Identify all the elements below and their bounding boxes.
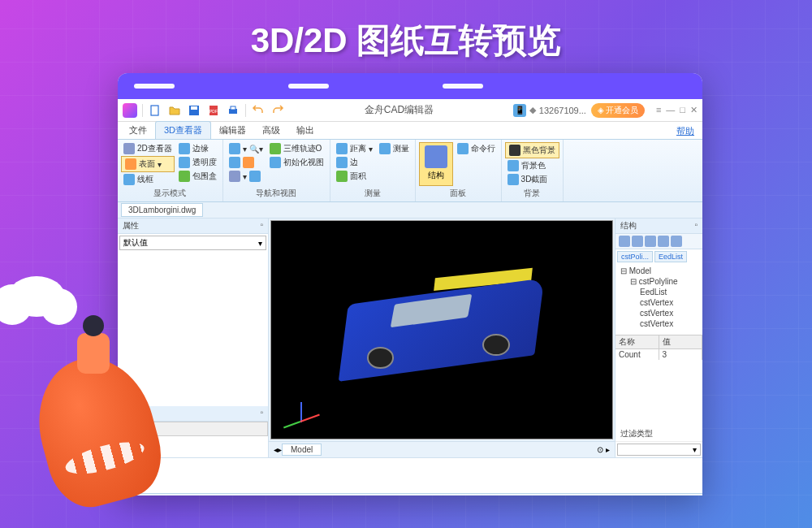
svg-rect-0 (151, 106, 158, 115)
tab-output[interactable]: 输出 (288, 122, 322, 139)
measure-button[interactable]: 测量 (377, 142, 412, 155)
3d-viewport[interactable] (270, 220, 613, 439)
open-folder-icon[interactable] (167, 103, 182, 118)
viewport-menu-icon[interactable]: ⊙ ▸ (597, 445, 610, 454)
app-title: 金舟CAD编辑器 (290, 103, 508, 117)
ribbon-group-background: 黑色背景 背景色 3D截面 背景 (502, 140, 564, 201)
new-file-icon[interactable] (148, 103, 162, 118)
default-dropdown[interactable]: 默认值▾ (119, 236, 266, 250)
chevron-down-icon: ▾ (258, 239, 262, 248)
structure-icon (425, 145, 447, 168)
pdf-icon[interactable]: PDF (206, 103, 221, 118)
titlebar: PDF 金舟CAD编辑器 📱 ◆ 13267109... ◈ 开通会员 ≡ — … (118, 99, 702, 122)
wireframe-button[interactable]: 线框 (121, 173, 175, 186)
hero-title: 3D/2D 图纸互转预览 (251, 18, 562, 63)
tool-icon[interactable] (671, 236, 682, 247)
axis-gizmo-icon (284, 390, 317, 422)
distance-button[interactable]: 距离 ▾ (334, 142, 375, 155)
panel-close-icon[interactable]: ▫ (260, 408, 263, 419)
group-title-nav: 导航和视图 (227, 188, 326, 199)
view-icon[interactable]: ▾ (227, 170, 266, 183)
bbox-button[interactable]: 包围盒 (176, 170, 219, 183)
tab-file[interactable]: 文件 (121, 122, 155, 139)
tree-tab-polyline[interactable]: cstPoli... (617, 251, 653, 262)
chevron-down-icon: ▾ (693, 445, 697, 454)
area-button[interactable]: 面积 (334, 170, 375, 183)
undo-icon[interactable] (251, 103, 266, 118)
grid-col-name: 名称 (615, 335, 659, 348)
redo-icon[interactable] (270, 103, 285, 118)
grid-cell: 3 (659, 349, 703, 360)
panel-close-icon[interactable]: ▫ (694, 220, 698, 232)
phone-icon: 📱 (513, 104, 526, 117)
tab-advanced[interactable]: 高级 (254, 122, 288, 139)
properties-header: 属性▫ (118, 219, 268, 234)
group-title-bg: 背景 (505, 188, 559, 199)
tree-leaf[interactable]: cstVertex (617, 318, 701, 329)
tree-leaf[interactable]: cstVertex (617, 308, 701, 318)
tree-node-model[interactable]: ⊟ Model (617, 266, 701, 276)
group-title-display: 显示模式 (121, 188, 219, 199)
minimize-icon[interactable]: — (666, 105, 675, 115)
app-window: PDF 金舟CAD编辑器 📱 ◆ 13267109... ◈ 开通会员 ≡ — … (118, 73, 702, 496)
orbit-3d-button[interactable]: 三维轨迹O (267, 142, 326, 155)
close-icon[interactable]: ✕ (690, 105, 698, 115)
surface-button[interactable]: 表面 ▾ (121, 156, 175, 172)
tool-icon[interactable] (645, 236, 656, 247)
tree-leaf[interactable]: cstVertex (617, 297, 701, 308)
group-title-measure: 测量 (334, 188, 412, 199)
tool-icon[interactable] (658, 236, 669, 247)
account-area[interactable]: 📱 ◆ 13267109... (513, 104, 586, 117)
print-icon[interactable] (226, 103, 240, 118)
rocket-decoration (16, 341, 179, 504)
command-area[interactable] (118, 457, 702, 493)
tool-icon[interactable] (619, 236, 630, 247)
help-link[interactable]: 帮助 (672, 123, 699, 139)
svg-rect-2 (191, 106, 197, 110)
tab-3d-viewer[interactable]: 3D查看器 (155, 121, 211, 139)
tree-tab-eedlist[interactable]: EedList (654, 251, 687, 262)
zoom-icon[interactable]: ▾ 🔍▾ (227, 142, 266, 155)
structure-toolbar (615, 234, 702, 249)
window-chrome (118, 73, 702, 99)
structure-button[interactable]: 结构 (419, 142, 453, 186)
filter-label: 过滤类型 (615, 426, 702, 442)
app-logo-icon (123, 103, 137, 118)
tool-icon[interactable] (632, 236, 643, 247)
tree-leaf[interactable]: EedList (617, 287, 701, 297)
measure-edge-button[interactable]: 边 (334, 156, 375, 169)
svg-rect-6 (231, 106, 235, 110)
ribbon: 2D查看器 表面 ▾ 线框 边缘 透明度 包围盒 显示模式 ▾ 🔍▾ ▾ (118, 140, 702, 202)
init-view-button[interactable]: 初始化视图 (267, 156, 326, 169)
structure-tree[interactable]: ⊟ Model ⊟ cstPolyline EedList cstVertex … (615, 264, 702, 335)
save-icon[interactable] (187, 103, 201, 118)
menu-tabs: 文件 3D查看器 编辑器 高级 输出 帮助 (118, 122, 702, 140)
model-tab[interactable]: Model (282, 444, 322, 456)
filter-dropdown[interactable]: ▾ (617, 444, 701, 456)
cmdline-button[interactable]: 命令行 (455, 142, 498, 155)
tab-editor[interactable]: 编辑器 (211, 122, 254, 139)
vip-button[interactable]: ◈ 开通会员 (591, 103, 645, 118)
grid-cell: Count (615, 349, 659, 360)
transparency-button[interactable]: 透明度 (176, 156, 219, 169)
account-phone: 13267109... (539, 106, 586, 115)
diamond-icon: ◈ (598, 106, 604, 115)
file-tab[interactable]: 3DLamborgini.dwg (121, 203, 203, 217)
bg-color-button[interactable]: 背景色 (505, 159, 559, 172)
black-bg-button[interactable]: 黑色背景 (505, 142, 559, 158)
workspace: 属性▫ 默认值▾ 书夹▫ 路径 ◂ ▸ Model ⊙ ▸ (118, 219, 702, 457)
pan-icon[interactable] (227, 156, 266, 169)
structure-header: 结构▫ (615, 219, 702, 234)
tree-node-polyline[interactable]: ⊟ cstPolyline (617, 276, 701, 287)
edge-button[interactable]: 边缘 (176, 142, 219, 155)
model-tab-bar: ◂ ▸ Model ⊙ ▸ (269, 441, 615, 457)
viewer-2d-button[interactable]: 2D查看器 (121, 142, 175, 155)
file-tab-bar: 3DLamborgini.dwg (118, 202, 702, 219)
settings-icon[interactable]: ≡ (656, 105, 661, 115)
svg-text:PDF: PDF (209, 109, 218, 114)
ribbon-group-measure: 距离 ▾ 边 面积 测量 测量 (330, 140, 416, 201)
crop-3d-button[interactable]: 3D截面 (505, 173, 559, 186)
ribbon-group-display: 2D查看器 表面 ▾ 线框 边缘 透明度 包围盒 显示模式 (118, 140, 223, 201)
maximize-icon[interactable]: □ (680, 105, 685, 115)
panel-close-icon[interactable]: ▫ (260, 220, 263, 232)
